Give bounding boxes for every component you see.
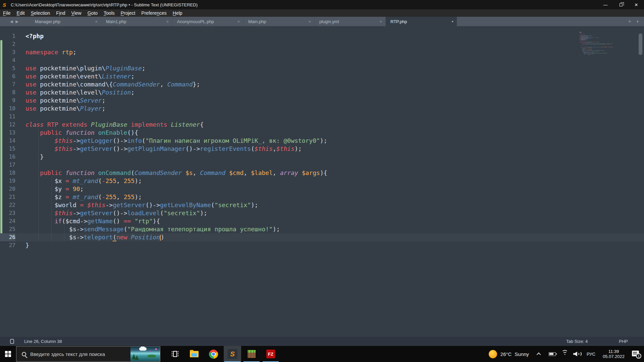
code-line-21[interactable]: 21 $z = mt_rand(-255, 255); <box>0 193 644 201</box>
tab-anonymouspl.php[interactable]: AnonymousPL.php× <box>172 17 244 26</box>
file-explorer-icon <box>190 351 199 357</box>
line-number: 16 <box>0 153 15 161</box>
close-tab-icon[interactable]: × <box>377 19 382 24</box>
code-line-8[interactable]: 8use pocketmine\level\Position; <box>0 88 644 97</box>
windows-logo-icon <box>5 351 11 357</box>
code-line-3[interactable]: 3namespace rtp; <box>0 48 644 56</box>
code-text: <?php <box>579 32 581 33</box>
line-number: 11 <box>0 113 15 121</box>
code-text: } <box>579 45 581 46</box>
code-line-10[interactable]: 10use pocketmine\Player; <box>0 105 644 113</box>
menu-item-selection[interactable]: Selection <box>28 9 53 17</box>
task-view-button[interactable] <box>166 346 184 362</box>
file-explorer-button[interactable] <box>185 346 203 362</box>
close-tab-icon[interactable]: × <box>93 19 98 24</box>
code-line-15[interactable]: 15 $this->getServer()->getPluginManager(… <box>0 145 644 153</box>
panel-switcher-icon[interactable] <box>10 339 14 344</box>
minimap-scrollbar[interactable] <box>639 34 642 55</box>
code-line-18[interactable]: 18 public function onCommand(CommandSend… <box>0 169 644 177</box>
menu-item-edit[interactable]: Edit <box>14 9 28 17</box>
menu-item-preferences[interactable]: Preferences <box>138 9 170 17</box>
line-number: 14 <box>0 137 15 145</box>
menu-item-project[interactable]: Project <box>118 9 139 17</box>
code-line-9[interactable]: 9use pocketmine\Server; <box>0 97 644 105</box>
bing-daily-image[interactable]: ✦ ✦ <box>130 347 160 361</box>
tab-main.php[interactable]: Main.php× <box>244 17 315 26</box>
code-line-23[interactable]: 23 $this->getServer()->loadLevel("secret… <box>0 209 644 217</box>
close-tab-icon[interactable]: × <box>306 19 311 24</box>
start-button[interactable] <box>0 346 16 362</box>
chrome-button[interactable] <box>205 346 222 362</box>
close-button[interactable]: ✕ <box>629 0 644 9</box>
tab-main1.php[interactable]: Main1.php× <box>101 17 172 26</box>
clock[interactable]: 11:39 05.07.2022 <box>603 349 625 359</box>
code-line-16[interactable]: 16 } <box>0 153 644 161</box>
code-line-25[interactable]: 25 $s->sendMessage("Рандомная телепортац… <box>0 225 644 233</box>
tab-plugin.yml[interactable]: plugin.yml× <box>315 17 386 26</box>
menu-item-goto[interactable]: Goto <box>85 9 101 17</box>
tab-scroll-left-icon[interactable]: ◀ <box>10 19 13 24</box>
menu-item-tools[interactable]: Tools <box>101 9 118 17</box>
tab-size-indicator[interactable]: Tab Size: 4 <box>566 339 588 344</box>
code-editor[interactable]: 1<?php23namespace rtp;45use pocketmine\p… <box>0 26 644 337</box>
menu-item-file[interactable]: File <box>0 9 14 17</box>
keyboard-language[interactable]: РУС <box>587 352 595 357</box>
syntax-indicator[interactable]: PHP <box>619 339 628 344</box>
code-line-1[interactable]: 1<?php <box>0 32 644 40</box>
code-line-12[interactable]: 12class RTP extends PluginBase implement… <box>0 121 644 129</box>
code-text: use pocketmine\plugin\PluginBase; <box>25 64 146 72</box>
sublime-text-button[interactable]: S <box>224 346 241 362</box>
code-line-20[interactable]: 20 $y = 90; <box>0 185 644 193</box>
code-line-24[interactable]: 24 if($cmd->getName() == "rtp"){ <box>0 217 644 225</box>
restore-button[interactable] <box>613 0 629 9</box>
code-line-15: 15 $this->getServer()->getPluginManager(… <box>579 44 613 45</box>
tray-expand-chevron-icon[interactable] <box>537 352 541 357</box>
code-line-11[interactable]: 11 <box>0 113 644 121</box>
tab-scroll-right-icon[interactable]: ▶ <box>15 19 18 24</box>
weather-sun-icon[interactable] <box>489 350 497 358</box>
minimap[interactable]: 1<?php23namespace rtp;45use pocketmine\p… <box>579 32 613 55</box>
close-tab-icon[interactable]: × <box>235 19 240 24</box>
code-line-26[interactable]: 26 $s->teleport(new Position) <box>0 233 644 241</box>
minecraft-button[interactable] <box>243 346 260 362</box>
code-text: $world = $this->getServer()->getLevelByN… <box>25 201 258 209</box>
tab-overflow-icon[interactable]: ▼ <box>636 20 639 23</box>
line-number: 23 <box>0 209 15 217</box>
filezilla-button[interactable]: FZ <box>262 346 279 362</box>
code-lines[interactable]: 1<?php23namespace rtp;45use pocketmine\p… <box>0 32 644 249</box>
code-line-7[interactable]: 7use pocketmine\command\{CommandSender, … <box>0 80 644 88</box>
code-text: use pocketmine\Player; <box>579 40 588 41</box>
close-icon: ✕ <box>635 2 638 7</box>
modified-dot-icon[interactable]: ● <box>450 20 453 23</box>
code-line-13[interactable]: 13 public function onEnable(){ <box>0 129 644 137</box>
close-tab-icon[interactable]: × <box>164 19 169 24</box>
tab-manager.php[interactable]: Manager.php× <box>30 17 101 26</box>
weather-widget[interactable]: 26°C Sunny <box>500 351 529 357</box>
code-line-22[interactable]: 22 $world = $this->getServer()->getLevel… <box>0 201 644 209</box>
code-line-19[interactable]: 19 $x = mt_rand(-255, 255); <box>0 177 644 185</box>
menu-item-find[interactable]: Find <box>53 9 68 17</box>
code-line-6[interactable]: 6use pocketmine\event\Listener; <box>0 72 644 80</box>
code-line-14[interactable]: 14 $this->getLogger()->info("Плагин напи… <box>0 137 644 145</box>
wifi-icon[interactable] <box>561 351 569 357</box>
line-number: 6 <box>0 72 15 80</box>
menu-item-view[interactable]: View <box>68 9 85 17</box>
tree-shape <box>132 354 136 359</box>
code-text: use pocketmine\Player; <box>25 105 105 113</box>
code-line-27[interactable]: 27} <box>0 241 644 249</box>
volume-icon[interactable] <box>573 351 581 357</box>
taskbar-search-input[interactable]: Введите здесь текст для поиска ✦ ✦ <box>16 346 160 362</box>
date: 05.07.2022 <box>603 354 625 359</box>
battery-icon[interactable] <box>549 352 556 356</box>
line-number: 2 <box>0 40 15 48</box>
line-number: 27 <box>0 241 15 249</box>
code-line-4[interactable]: 4 <box>0 56 644 64</box>
menu-item-help[interactable]: Help <box>170 9 185 17</box>
notification-center-button[interactable]: 1 <box>632 350 640 358</box>
code-line-5[interactable]: 5use pocketmine\plugin\PluginBase; <box>0 64 644 72</box>
tab-rtp.php[interactable]: RTP.php● <box>386 17 457 26</box>
code-line-17[interactable]: 17 <box>0 161 644 169</box>
minimize-button[interactable]: — <box>598 0 613 9</box>
new-tab-icon[interactable]: + <box>628 18 631 25</box>
code-line-2[interactable]: 2 <box>0 40 644 48</box>
